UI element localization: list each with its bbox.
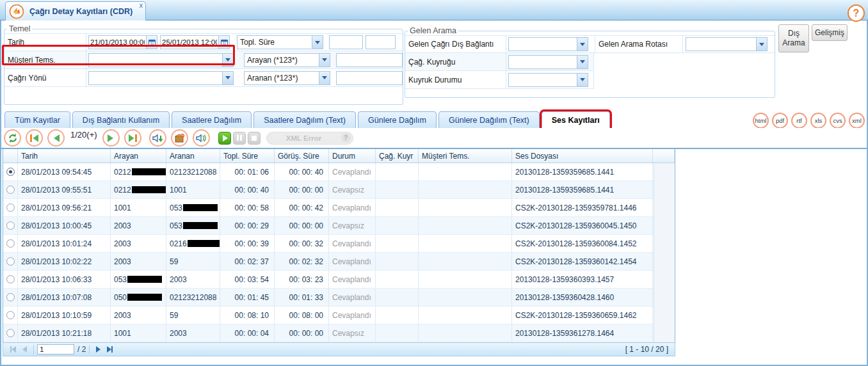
row-radio[interactable] [6, 329, 15, 337]
previous-page-button[interactable] [22, 346, 27, 353]
tab-d-ba-lant-kullan-m[interactable]: Dış Bağlantı Kullanım [72, 111, 170, 129]
chevron-down-icon[interactable] [319, 54, 330, 67]
cag-kuyrugu-row: Çağ. Kuyruğu [405, 53, 594, 71]
table-row[interactable]: 28/01/2013 09:56:21100105300: 00: 5800: … [3, 199, 675, 217]
row-radio[interactable] [6, 221, 15, 230]
cell-arayan: 1001 [111, 324, 166, 342]
column-header-tarih[interactable]: Tarih [18, 149, 111, 163]
table-row[interactable]: 28/01/2013 10:21:181001200300: 00: 0400:… [3, 324, 675, 342]
last-record-button[interactable] [124, 129, 141, 147]
aranan-filter-select[interactable]: Aranan (*123*) [244, 71, 330, 85]
table-row[interactable]: 28/01/2013 10:07:080500212321208800: 01:… [3, 289, 675, 306]
play-button[interactable] [218, 132, 231, 145]
topl-sure-min-input[interactable] [330, 36, 362, 49]
row-radio[interactable] [6, 168, 15, 176]
close-icon[interactable]: x [140, 3, 143, 9]
arayan-input[interactable] [337, 54, 402, 67]
calendar-icon[interactable]: 31 [218, 36, 229, 49]
cell-aranan: 2003 [166, 324, 220, 342]
export-xml-button[interactable]: xml [849, 113, 865, 129]
chevron-down-icon[interactable] [319, 72, 330, 84]
listen-recording-button[interactable] [193, 129, 210, 147]
stop-button[interactable] [248, 132, 261, 145]
first-page-button[interactable] [10, 346, 16, 353]
date-to-input[interactable] [161, 36, 218, 49]
dis-baglanti-select[interactable] [508, 37, 588, 51]
musteri-tems-select[interactable] [88, 53, 234, 67]
kuyruk-durumu-select[interactable] [508, 73, 588, 87]
tab-g-nlere-da-l-m[interactable]: Günlere Dağılım [358, 111, 437, 129]
first-record-button[interactable] [26, 129, 43, 147]
column-header-durum[interactable]: Durum [329, 149, 376, 163]
table-row[interactable]: 28/01/2013 10:01:242003021600: 00: 3900:… [3, 235, 675, 253]
chevron-down-icon[interactable] [577, 56, 588, 68]
archive-recording-button[interactable] [171, 129, 188, 147]
topl-sure-min-field[interactable] [329, 35, 363, 49]
date-from-input[interactable] [89, 36, 146, 49]
table-row[interactable]: 28/01/2013 10:06:33053200300: 03: 5400: … [3, 271, 675, 289]
row-radio[interactable] [6, 257, 15, 266]
export-xls-button[interactable]: xls [810, 113, 826, 129]
tab-cdr[interactable]: Çağrı Detay Kayıtları (CDR) x [5, 1, 146, 20]
vertical-scrollbar[interactable] [654, 163, 675, 342]
cagri-yonu-select[interactable] [88, 71, 234, 85]
dis-arama-button[interactable]: Dış Arama [778, 24, 809, 52]
pause-button[interactable] [233, 132, 246, 145]
arayan-field[interactable] [336, 53, 403, 67]
calendar-icon[interactable]: 31 [146, 36, 157, 49]
download-recording-button[interactable] [149, 129, 166, 147]
chevron-down-icon[interactable] [312, 36, 323, 49]
aranan-field[interactable] [336, 71, 403, 85]
export-rtf-button[interactable]: rtf [791, 113, 807, 129]
table-row[interactable]: 28/01/2013 10:00:45200305300: 00: 2900: … [3, 217, 675, 235]
last-page-button[interactable] [107, 346, 113, 353]
refresh-button[interactable] [4, 129, 21, 147]
export-cvs-button[interactable]: cvs [830, 113, 846, 129]
chevron-down-icon[interactable] [222, 54, 233, 67]
table-row[interactable]: 28/01/2013 10:10:5920035900: 08: 1000: 0… [3, 306, 675, 324]
row-radio[interactable] [6, 239, 15, 248]
row-radio[interactable] [6, 311, 15, 319]
gelismis-button[interactable]: Gelişmiş [812, 24, 848, 41]
arayan-filter-select[interactable]: Arayan (*123*) [244, 53, 330, 67]
date-to-field[interactable]: 31 [160, 35, 230, 49]
column-header-ses-dosyasi[interactable]: Ses Dosyası [512, 149, 653, 163]
tab-saatlere-da-l-m[interactable]: Saatlere Dağılım [172, 111, 252, 129]
tab-g-nlere-da-l-m-text-[interactable]: Günlere Dağılım (Text) [438, 111, 540, 129]
export-pdf-button[interactable]: pdf [772, 113, 788, 129]
chevron-down-icon[interactable] [756, 38, 767, 51]
chevron-down-icon[interactable] [577, 74, 588, 86]
rota-select[interactable] [686, 37, 768, 51]
row-radio[interactable] [6, 293, 15, 301]
tab-t-m-kay-tlar[interactable]: Tüm Kayıtlar [4, 111, 70, 129]
table-row[interactable]: 28/01/2013 09:55:510212100100: 00: 4000:… [3, 181, 675, 199]
topl-sure-max-input[interactable] [366, 36, 395, 49]
next-page-button[interactable] [96, 346, 100, 353]
next-record-button[interactable] [102, 129, 120, 147]
column-header-cag-kuyr[interactable]: Çağ. Kuyr [376, 149, 419, 163]
previous-record-button[interactable] [47, 129, 65, 147]
row-radio[interactable] [6, 186, 15, 194]
column-header-arayan[interactable]: Arayan [111, 149, 166, 163]
topl-sure-filter-select[interactable]: Topl. Süre [237, 35, 323, 49]
chevron-down-icon[interactable] [577, 38, 588, 51]
topl-sure-max-field[interactable] [366, 35, 396, 49]
row-radio[interactable] [6, 203, 15, 212]
column-header-gorus-sure[interactable]: Görüş. Süre [275, 149, 329, 163]
tab-saatlere-da-l-m-text-[interactable]: Saatlere Dağılım (Text) [253, 111, 356, 129]
date-from-field[interactable]: 31 [88, 35, 157, 49]
tab-ses-kay-tlar-[interactable]: Ses Kayıtları [542, 111, 610, 129]
page-number-input[interactable] [37, 344, 74, 354]
column-header-aranan[interactable]: Aranan [166, 149, 220, 163]
table-row[interactable]: 28/01/2013 10:02:2220035900: 02: 3700: 0… [3, 253, 675, 271]
aranan-input[interactable] [337, 72, 402, 84]
row-radio[interactable] [6, 275, 15, 283]
chevron-down-icon[interactable] [222, 72, 233, 84]
export-html-button[interactable]: html [753, 113, 769, 129]
cagri-yonu-filter-row: Çağrı Yönü Aranan (*123*) [4, 69, 403, 87]
help-button[interactable]: ? [848, 4, 865, 22]
table-row[interactable]: 28/01/2013 09:54:4502120212321208800: 01… [3, 163, 675, 181]
column-header-musteri-tems[interactable]: Müşteri Tems. [419, 149, 512, 163]
column-header-topl-sure[interactable]: Topl. Süre [220, 149, 275, 163]
cag-kuyrugu-select[interactable] [508, 55, 588, 69]
